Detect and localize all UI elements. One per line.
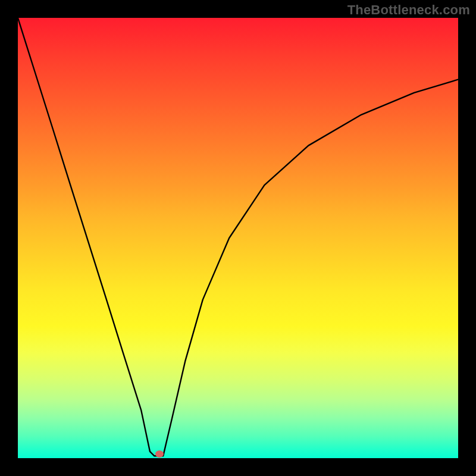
- plot-area: [18, 18, 458, 458]
- optimum-marker-icon: [155, 450, 164, 458]
- chart-frame: TheBottleneck.com: [0, 0, 476, 476]
- attribution-label: TheBottleneck.com: [347, 2, 470, 18]
- bottleneck-curve: [18, 18, 458, 458]
